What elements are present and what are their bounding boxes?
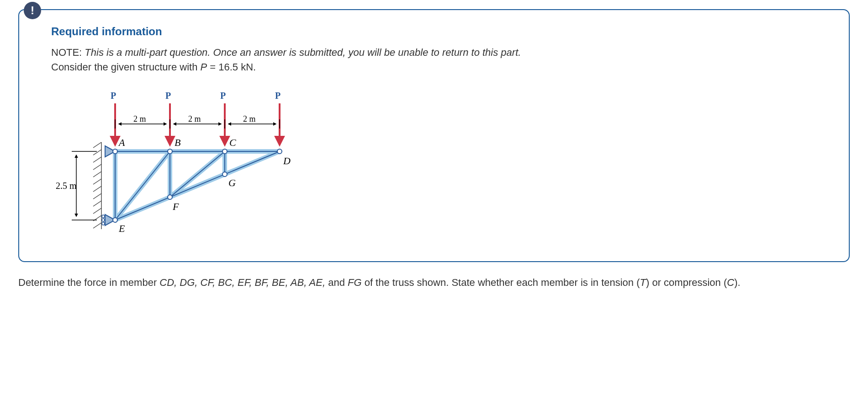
svg-line-1 bbox=[93, 142, 101, 148]
label-P1: P bbox=[111, 91, 116, 101]
label-E: E bbox=[118, 223, 125, 234]
svg-point-34 bbox=[113, 218, 117, 222]
svg-line-9 bbox=[93, 201, 101, 206]
label-D: D bbox=[283, 155, 291, 166]
consider-post: = 16.5 kN. bbox=[207, 61, 256, 73]
note-body: This is a multi-part question. Once an a… bbox=[85, 47, 521, 58]
svg-line-5 bbox=[93, 172, 101, 177]
label-F: F bbox=[172, 201, 179, 212]
label-A: A bbox=[118, 137, 125, 148]
svg-line-2 bbox=[93, 150, 101, 155]
consider-variable: P bbox=[201, 61, 207, 73]
dim-2m-2: 2 m bbox=[188, 114, 201, 123]
label-P4: P bbox=[275, 91, 281, 101]
tension-label: T bbox=[640, 277, 646, 288]
required-info-box: ! Required information NOTE: This is a m… bbox=[18, 9, 850, 262]
dim-2m-1: 2 m bbox=[133, 114, 146, 123]
svg-point-33 bbox=[277, 149, 282, 154]
svg-point-36 bbox=[222, 172, 227, 177]
dim-2_5m: 2.5 m bbox=[56, 181, 77, 191]
truss-diagram: P P P P 2 m 2 m 2 m bbox=[51, 87, 334, 243]
svg-point-13 bbox=[102, 215, 105, 218]
svg-line-3 bbox=[93, 157, 101, 162]
alert-icon: ! bbox=[24, 2, 41, 19]
label-P2: P bbox=[165, 91, 171, 101]
compression-label: C bbox=[727, 277, 734, 288]
svg-point-30 bbox=[113, 149, 117, 154]
question-end: ). bbox=[734, 277, 740, 288]
svg-point-14 bbox=[102, 219, 105, 221]
question-text: Determine the force in member CD, DG, CF… bbox=[18, 276, 850, 290]
svg-point-35 bbox=[168, 195, 172, 199]
consider-line: Consider the given structure with P = 16… bbox=[51, 60, 821, 75]
label-B: B bbox=[175, 137, 180, 148]
question-or: ) or compression ( bbox=[646, 277, 727, 288]
dim-2m-3: 2 m bbox=[243, 114, 256, 123]
svg-line-28 bbox=[170, 151, 225, 197]
svg-line-6 bbox=[93, 179, 101, 184]
consider-pre: Consider the given structure with bbox=[51, 61, 201, 73]
svg-point-31 bbox=[168, 149, 172, 154]
member-last: FG bbox=[348, 277, 362, 288]
svg-line-10 bbox=[93, 208, 101, 214]
question-mid: of the truss shown. State whether each m… bbox=[362, 277, 640, 288]
required-information-heading: Required information bbox=[51, 24, 821, 39]
svg-point-32 bbox=[222, 149, 227, 154]
note-prefix: NOTE: bbox=[51, 47, 82, 58]
svg-line-12 bbox=[93, 223, 101, 228]
label-P3: P bbox=[220, 91, 226, 101]
question-and: and bbox=[325, 277, 348, 288]
svg-line-4 bbox=[93, 164, 101, 170]
label-G: G bbox=[228, 177, 236, 188]
label-C: C bbox=[229, 137, 236, 148]
svg-line-7 bbox=[93, 186, 101, 192]
question-pre: Determine the force in member bbox=[18, 277, 159, 288]
note-line: NOTE: This is a multi-part question. Onc… bbox=[51, 46, 821, 60]
svg-line-8 bbox=[93, 193, 101, 199]
member-list: CD, DG, CF, BC, EF, BF, BE, AB, AE, bbox=[159, 277, 325, 288]
svg-point-15 bbox=[102, 222, 105, 225]
